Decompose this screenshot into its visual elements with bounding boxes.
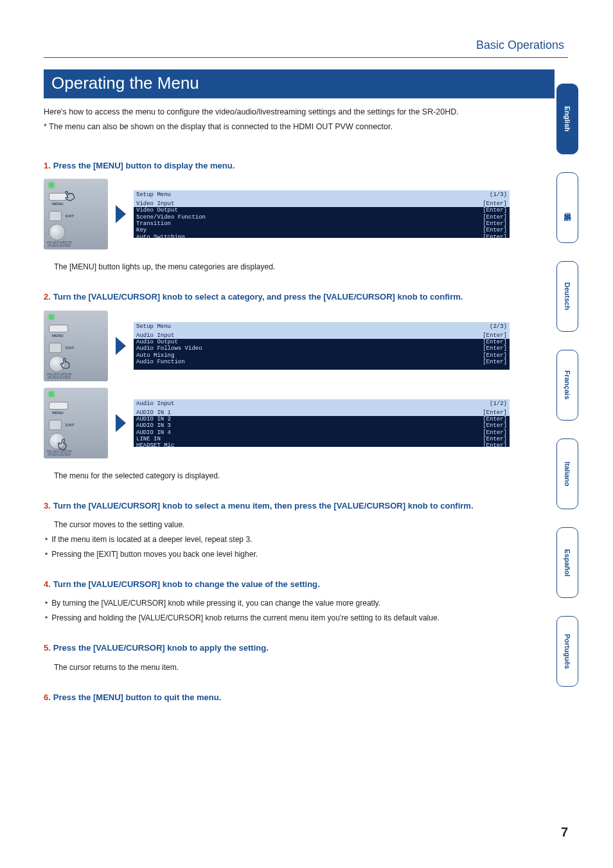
menu-screen: Setup Menu(1/3)Video Input[Enter]Video O… <box>134 190 510 238</box>
note-text: * The menu can also be shown on the disp… <box>44 121 510 133</box>
menu-label: MENU <box>52 201 64 207</box>
arrow-icon <box>116 205 126 223</box>
menu-row: Key[Enter] <box>134 227 510 233</box>
step-desc: The cursor returns to the menu item. <box>54 662 510 674</box>
bullet-list: By turning the [VALUE/CURSOR] knob while… <box>45 597 510 624</box>
divider <box>44 57 568 58</box>
step-desc: The menu for the selected category is di… <box>54 470 510 482</box>
step-block: 5.Press the [VALUE/CURSOR] knob to apply… <box>44 642 510 673</box>
knob-label: VALUE/CURSOR(PUSH) ENTER <box>45 373 73 379</box>
knob-label: VALUE/CURSOR(PUSH) ENTER <box>45 241 73 248</box>
exit-label: EXIT <box>66 422 74 428</box>
step-block: 3.Turn the [VALUE/CURSOR] knob to select… <box>44 500 510 560</box>
menu-row: AUDIO IN 4[Enter] <box>134 429 510 436</box>
device-panel-illustration: MENUEXITVALUE/CURSOR(PUSH) ENTER <box>44 388 108 458</box>
menu-row: AUDIO IN 1[Enter] <box>134 410 510 416</box>
exit-label: EXIT <box>66 345 74 351</box>
step-heading: 6.Press the [MENU] button to quit the me… <box>44 691 510 704</box>
exit-button <box>49 343 62 353</box>
led-icon <box>49 183 54 188</box>
menu-button <box>49 402 68 410</box>
menu-row: Audio Follows Video[Enter] <box>134 345 510 352</box>
bullet-item: If the menu item is located at a deeper … <box>45 534 510 546</box>
section-label: Basic Operations <box>44 39 568 57</box>
step-block: 4.Turn the [VALUE/CURSOR] knob to change… <box>44 578 510 624</box>
menu-row: Scene/Video Function[Enter] <box>134 214 510 221</box>
language-tab[interactable]: Français <box>556 350 578 420</box>
exit-label: EXIT <box>66 213 74 219</box>
language-tab[interactable]: Italiano <box>556 439 578 509</box>
arrow-icon <box>116 414 126 432</box>
menu-screen: Setup Menu(2/3)Audio Input[Enter]Audio O… <box>134 322 510 370</box>
bullet-item: Pressing the [EXIT] button moves you bac… <box>45 548 510 561</box>
menu-row: Transition[Enter] <box>134 221 510 227</box>
menu-row: Video Input[Enter] <box>134 201 510 207</box>
step-heading: 2.Turn the [VALUE/CURSOR] knob to select… <box>44 291 510 303</box>
menu-row: Audio Input[Enter] <box>134 332 510 339</box>
device-panel-illustration: MENUEXITVALUE/CURSOR(PUSH) ENTER <box>44 179 108 249</box>
menu-row: AUDIO IN 2[Enter] <box>134 416 510 422</box>
menu-label: MENU <box>52 333 64 339</box>
step-block: 6.Press the [MENU] button to quit the me… <box>44 691 510 704</box>
page-title: Operating the Menu <box>44 69 555 98</box>
step-heading: 1.Press the [MENU] button to display the… <box>44 159 510 172</box>
menu-label: MENU <box>52 410 64 416</box>
language-tab[interactable]: Deutsch <box>556 261 578 332</box>
language-tab[interactable]: 日本語 <box>556 172 578 243</box>
menu-button <box>49 325 68 332</box>
step-desc: The cursor moves to the setting value. <box>54 519 510 531</box>
value-cursor-knob <box>49 224 66 240</box>
step-desc: The [MENU] button lights up, the menu ca… <box>54 261 510 273</box>
menu-screen: Audio Input(1/2)AUDIO IN 1[Enter]AUDIO I… <box>134 399 510 447</box>
step-block: 1.Press the [MENU] button to display the… <box>44 159 510 273</box>
bullet-list: If the menu item is located at a deeper … <box>45 534 510 560</box>
exit-button <box>49 420 62 430</box>
arrow-icon <box>116 337 126 355</box>
language-tabs: English日本語DeutschFrançaisItalianoEspañol… <box>556 84 578 687</box>
step-heading: 3.Turn the [VALUE/CURSOR] knob to select… <box>44 500 510 512</box>
exit-button <box>49 211 62 221</box>
menu-row: Audio Function[Enter] <box>134 359 510 365</box>
menu-row: Auto Switching[Enter] <box>134 234 510 238</box>
menu-row: HEADSET Mic[Enter] <box>134 442 510 446</box>
menu-row: LINE IN[Enter] <box>134 436 510 442</box>
bullet-item: Pressing and holding the [VALUE/CURSOR] … <box>45 612 510 624</box>
menu-row: Auto Mixing[Enter] <box>134 352 510 359</box>
device-panel-illustration: MENUEXITVALUE/CURSOR(PUSH) ENTER <box>44 311 108 381</box>
bullet-item: By turning the [VALUE/CURSOR] knob while… <box>45 597 510 610</box>
language-tab[interactable]: Português <box>556 616 578 687</box>
language-tab[interactable]: English <box>556 84 578 154</box>
intro-text: Here's how to access the menu to configu… <box>44 106 510 118</box>
led-icon <box>49 392 54 397</box>
language-tab[interactable]: Español <box>556 527 578 598</box>
step-heading: 5.Press the [VALUE/CURSOR] knob to apply… <box>44 642 510 655</box>
step-heading: 4.Turn the [VALUE/CURSOR] knob to change… <box>44 578 510 591</box>
step-block: 2.Turn the [VALUE/CURSOR] knob to select… <box>44 291 510 482</box>
menu-row: Video Output[Enter] <box>134 207 510 213</box>
menu-row: Audio Output[Enter] <box>134 339 510 345</box>
page-number: 7 <box>561 825 568 840</box>
menu-row: AUDIO IN 3[Enter] <box>134 422 510 429</box>
led-icon <box>49 314 54 320</box>
